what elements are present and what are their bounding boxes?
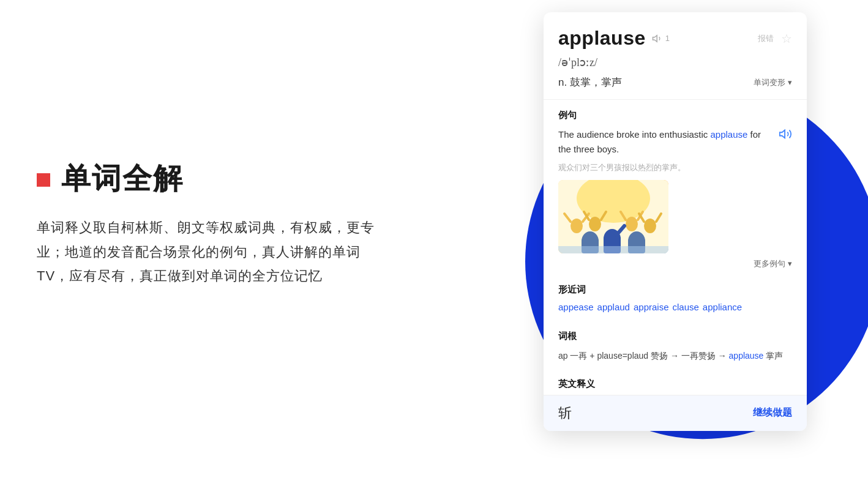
definition-row: n. 鼓掌，掌声 单词变形 ▾ xyxy=(558,75,792,89)
section-root-title: 词根 xyxy=(558,321,792,348)
word-root-text: ap 一再 + plause=plaud 赞扬 → 一再赞扬 → applaus… xyxy=(558,348,792,372)
phonetic: /əˈplɔːz/ xyxy=(558,56,792,69)
more-examples-button[interactable]: 更多例句 ▾ xyxy=(558,256,792,274)
word-title: applause xyxy=(558,27,646,50)
similar-words-container: appease applaud appraise clause applianc… xyxy=(558,302,792,321)
dict-footer: 斩 继续做题 xyxy=(544,395,807,431)
similar-word-4[interactable]: appliance xyxy=(703,302,742,312)
forms-label: 单词变形 xyxy=(754,77,785,88)
example-translation: 观众们对三个男孩报以热烈的掌声。 xyxy=(558,162,792,174)
speaker-count: 1 xyxy=(665,34,670,43)
root-word: applause xyxy=(729,351,764,361)
svg-rect-23 xyxy=(558,246,668,253)
svg-point-13 xyxy=(644,219,656,233)
star-button[interactable]: ☆ xyxy=(781,31,792,46)
en-definition-title: 英文释义 xyxy=(558,372,792,395)
speaker-icon xyxy=(652,33,663,44)
word-left: applause 1 xyxy=(558,27,670,50)
right-section: applause 1 报错 ☆ /əˈplɔːz/ n. 鼓掌，掌声 xyxy=(544,12,807,431)
example-prefix: The audience broke into enthusiastic xyxy=(558,129,711,140)
similar-word-1[interactable]: applaud xyxy=(597,302,630,312)
section-example-title: 例句 xyxy=(558,100,792,127)
chevron-down-icon: ▾ xyxy=(788,78,792,87)
svg-marker-1 xyxy=(780,130,785,138)
word-row: applause 1 报错 ☆ xyxy=(558,27,792,50)
audio-button[interactable] xyxy=(779,127,792,144)
dict-body: 例句 The audience broke into enthusiastic … xyxy=(544,100,807,395)
report-button[interactable]: 报错 xyxy=(758,33,774,44)
example-illustration xyxy=(558,180,668,253)
section-similar-title: 形近词 xyxy=(558,274,792,302)
similar-word-2[interactable]: appraise xyxy=(634,302,669,312)
feature-description: 单词释义取自柯林斯、朗文等权威词典，有权威，更专业；地道的发音配合场景化的例句，… xyxy=(37,215,380,288)
red-square-icon xyxy=(37,173,50,187)
left-section: 单词全解 单词释义取自柯林斯、朗文等权威词典，有权威，更专业；地道的发音配合场景… xyxy=(37,159,380,288)
continue-button[interactable]: 继续做题 xyxy=(753,406,792,419)
footer-left-text: 斩 xyxy=(558,404,572,422)
feature-title-text: 单词全解 xyxy=(61,159,184,198)
svg-point-4 xyxy=(571,219,583,233)
svg-point-7 xyxy=(589,217,601,231)
similar-word-3[interactable]: clause xyxy=(673,302,699,312)
forms-button[interactable]: 单词变形 ▾ xyxy=(754,77,792,88)
more-examples-label: 更多例句 xyxy=(754,258,785,269)
chevron-down-icon-examples: ▾ xyxy=(788,259,792,268)
dict-header: applause 1 报错 ☆ /əˈplɔːz/ n. 鼓掌，掌声 xyxy=(544,12,807,100)
definition: n. 鼓掌，掌声 xyxy=(558,75,622,89)
similar-word-0[interactable]: appease xyxy=(558,302,594,312)
speaker-button[interactable]: 1 xyxy=(652,33,670,44)
dictionary-card: applause 1 报错 ☆ /əˈplɔːz/ n. 鼓掌，掌声 xyxy=(544,12,807,431)
svg-point-10 xyxy=(626,217,638,231)
example-highlight[interactable]: applause xyxy=(711,129,748,140)
example-row: The audience broke into enthusiastic app… xyxy=(558,127,792,157)
dict-actions: 报错 ☆ xyxy=(758,31,792,46)
example-image xyxy=(558,180,668,253)
svg-marker-0 xyxy=(653,35,657,42)
audio-icon xyxy=(779,127,792,141)
feature-title-row: 单词全解 xyxy=(37,159,380,198)
example-text: The audience broke into enthusiastic app… xyxy=(558,127,773,157)
